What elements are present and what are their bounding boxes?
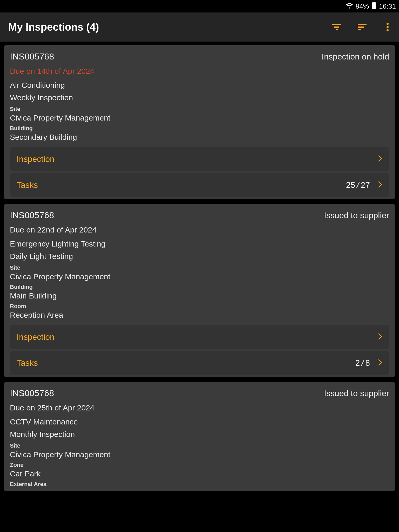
tasks-row-button[interactable]: Tasks 25/27 [10, 173, 389, 197]
tasks-row-button[interactable]: Tasks 2/8 [10, 351, 389, 375]
zone-label: Zone [10, 462, 389, 468]
inspection-status: Issued to supplier [324, 211, 389, 220]
site-label: Site [10, 264, 389, 271]
filter-icon[interactable] [331, 22, 342, 32]
svg-rect-2 [336, 29, 338, 30]
svg-rect-0 [332, 24, 341, 25]
asset-type: Air Conditioning [10, 81, 389, 90]
inspection-id: INS005768 [10, 388, 54, 398]
svg-rect-5 [358, 29, 361, 30]
inspection-type: Daily Light Testing [10, 252, 389, 261]
sort-icon[interactable] [357, 22, 367, 32]
room-value: Reception Area [10, 311, 389, 320]
due-date: Due on 25th of Apr 2024 [10, 403, 389, 412]
status-bar: 94% 16:31 [0, 0, 399, 12]
building-value: Secondary Building [10, 133, 389, 142]
inspection-card[interactable]: INS005768 Issued to supplier Due on 25th… [4, 382, 395, 491]
inspection-card[interactable]: INS005768 Inspection on hold Due on 14th… [4, 45, 395, 199]
tasks-row-label: Tasks [17, 180, 38, 190]
inspection-type: Monthly Inspection [10, 430, 389, 439]
asset-type: CCTV Maintenance [10, 417, 389, 426]
room-label: Room [10, 303, 389, 310]
inspection-row-button[interactable]: Inspection [10, 147, 389, 171]
due-date: Due on 14th of Apr 2024 [10, 67, 389, 76]
app-bar: My Inspections (4) [0, 12, 399, 42]
inspection-row-label: Inspection [17, 332, 55, 342]
building-label: Building [10, 284, 389, 290]
inspection-id: INS005768 [10, 51, 54, 62]
svg-rect-4 [358, 26, 364, 28]
inspection-list[interactable]: INS005768 Inspection on hold Due on 14th… [0, 42, 399, 532]
inspection-status: Issued to supplier [324, 389, 389, 398]
site-value: Civica Property Management [10, 272, 389, 281]
chevron-right-icon [378, 155, 382, 163]
svg-point-7 [387, 26, 389, 28]
building-label: Building [10, 125, 389, 132]
inspection-status: Inspection on hold [322, 52, 389, 62]
zone-value: Car Park [10, 469, 389, 478]
clock-time: 16:31 [379, 2, 396, 10]
site-label: Site [10, 442, 389, 449]
inspection-type: Weekly Inspection [10, 93, 389, 102]
svg-point-8 [387, 29, 389, 31]
wifi-icon [346, 2, 353, 11]
external-area-label: External Area [10, 481, 389, 488]
building-value: Main Building [10, 291, 389, 300]
chevron-right-icon [378, 333, 382, 341]
site-value: Civica Property Management [10, 114, 389, 122]
chevron-right-icon [378, 359, 382, 367]
inspection-row-label: Inspection [17, 154, 55, 164]
due-date: Due on 22nd of Apr 2024 [10, 225, 389, 234]
chevron-right-icon [378, 181, 382, 189]
svg-point-6 [387, 23, 389, 25]
svg-rect-3 [358, 24, 367, 25]
tasks-count: 2/8 [355, 358, 370, 368]
inspection-card[interactable]: INS005768 Issued to supplier Due on 22nd… [4, 204, 395, 377]
battery-percent: 94% [356, 2, 369, 10]
tasks-row-label: Tasks [17, 358, 38, 368]
svg-rect-1 [334, 26, 339, 28]
site-value: Civica Property Management [10, 450, 389, 459]
asset-type: Emergency Lighting Testing [10, 240, 389, 248]
battery-icon [372, 2, 376, 11]
tasks-count: 25/27 [346, 180, 370, 190]
site-label: Site [10, 106, 389, 112]
inspection-row-button[interactable]: Inspection [10, 325, 389, 349]
inspection-id: INS005768 [10, 210, 54, 220]
overflow-menu-icon[interactable] [382, 22, 393, 32]
page-title: My Inspections (4) [8, 21, 99, 33]
